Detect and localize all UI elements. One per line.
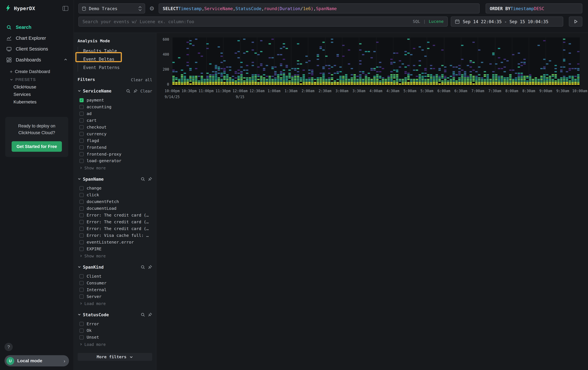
- help-button[interactable]: ?: [4, 343, 13, 351]
- filter-option-change[interactable]: change: [78, 185, 152, 191]
- pin-icon[interactable]: [133, 89, 138, 93]
- filter-option-error-the-credit-card-[interactable]: Error: The credit card (…: [78, 212, 152, 219]
- checkbox-unchecked[interactable]: [80, 132, 84, 136]
- mode-event-patterns[interactable]: Event Patterns: [78, 63, 152, 72]
- get-started-button[interactable]: Get Started for Free: [11, 141, 62, 151]
- run-query-button[interactable]: [569, 16, 582, 27]
- mode-results-table[interactable]: Results Table: [78, 47, 152, 55]
- filter-option-error-visa-cache-full-[interactable]: Error: Visa cache full: …: [78, 232, 152, 239]
- sidebar-item-search[interactable]: Search: [0, 22, 74, 33]
- sql-mode-toggle[interactable]: SQL: [413, 19, 420, 24]
- filter-group-header[interactable]: ServiceNameClear: [78, 89, 152, 94]
- filter-option-internal[interactable]: Internal: [78, 286, 152, 293]
- filter-option-checkout[interactable]: checkout: [78, 124, 152, 130]
- filter-option-click[interactable]: click: [78, 191, 152, 198]
- filter-option-ok[interactable]: Ok: [78, 327, 152, 334]
- show-more-link[interactable]: Load more: [78, 301, 152, 306]
- filter-option-error-the-credit-card-[interactable]: Error: The credit card (…: [78, 219, 152, 225]
- pin-icon[interactable]: [148, 265, 152, 270]
- checkbox-unchecked[interactable]: [80, 335, 84, 339]
- sidebar-collapse-icon[interactable]: [63, 6, 68, 11]
- search-icon[interactable]: [141, 265, 145, 270]
- filter-option-consumer[interactable]: Consumer: [78, 280, 152, 286]
- source-select[interactable]: Demo Traces: [78, 3, 145, 13]
- checkbox-unchecked[interactable]: [80, 288, 84, 292]
- select-columns-input[interactable]: SELECT Timestamp, ServiceName, StatusCod…: [158, 3, 480, 13]
- checkbox-unchecked[interactable]: [80, 220, 84, 224]
- checkbox-unchecked[interactable]: [80, 159, 84, 163]
- checkbox-unchecked[interactable]: [80, 281, 84, 285]
- checkbox-unchecked[interactable]: [80, 321, 84, 326]
- sidebar-item-client-sessions[interactable]: Client Sessions: [0, 43, 74, 54]
- show-more-link[interactable]: Show more: [78, 166, 152, 170]
- filter-group-header[interactable]: StatusCode: [78, 312, 152, 317]
- filter-group-header[interactable]: SpanKind: [78, 264, 152, 270]
- filter-option-server[interactable]: Server: [78, 293, 152, 300]
- checkbox-unchecked[interactable]: [80, 111, 84, 116]
- checkbox-unchecked[interactable]: [80, 206, 84, 210]
- checkbox-unchecked[interactable]: [80, 193, 84, 197]
- search-input[interactable]: [83, 19, 410, 24]
- filter-option-accounting[interactable]: accounting: [78, 103, 152, 110]
- filter-option-unset[interactable]: Unset: [78, 334, 152, 340]
- checkbox-unchecked[interactable]: [80, 139, 84, 143]
- filter-option-frontend[interactable]: frontend: [78, 144, 152, 150]
- filter-option-error[interactable]: Error: [78, 320, 152, 327]
- filter-option-cart[interactable]: cart: [78, 117, 152, 124]
- sidebar-item-services[interactable]: Services: [0, 91, 74, 98]
- checkbox-unchecked[interactable]: [80, 274, 84, 278]
- checkbox-unchecked[interactable]: [80, 328, 84, 332]
- show-more-link[interactable]: Show more: [78, 254, 152, 258]
- filter-option-load-generator[interactable]: load-generator: [78, 157, 152, 164]
- sidebar-item-dashboards[interactable]: Dashboards: [0, 54, 74, 65]
- source-settings-gear-icon[interactable]: ⚙: [148, 5, 156, 12]
- checkbox-unchecked[interactable]: [80, 118, 84, 122]
- checkbox-unchecked[interactable]: [80, 233, 84, 238]
- filter-option-documentload[interactable]: documentLoad: [78, 205, 152, 212]
- checkbox-unchecked[interactable]: [80, 213, 84, 217]
- sidebar-item-chart-explorer[interactable]: Chart Explorer: [0, 33, 74, 44]
- pin-icon[interactable]: [148, 177, 152, 181]
- pin-icon[interactable]: [148, 312, 152, 317]
- filter-option-currency[interactable]: currency: [78, 130, 152, 137]
- filter-option-payment[interactable]: ✓payment: [78, 97, 152, 103]
- more-filters-button[interactable]: More filters: [78, 353, 152, 361]
- checkbox-unchecked[interactable]: [80, 247, 84, 251]
- checkbox-unchecked[interactable]: [80, 145, 84, 149]
- create-dashboard-button[interactable]: + Create Dashboard: [0, 67, 74, 76]
- presets-toggle[interactable]: PRESETS: [0, 76, 74, 83]
- checkbox-unchecked[interactable]: [80, 105, 84, 109]
- checkbox-checked[interactable]: ✓: [80, 98, 84, 102]
- checkbox-unchecked[interactable]: [80, 186, 84, 190]
- clear-all-filters-button[interactable]: Clear all: [131, 77, 152, 82]
- checkbox-unchecked[interactable]: [80, 152, 84, 156]
- search-icon[interactable]: [141, 312, 145, 317]
- checkbox-unchecked[interactable]: [80, 240, 84, 244]
- lucene-mode-toggle[interactable]: Lucene: [429, 19, 444, 24]
- checkbox-unchecked[interactable]: [80, 200, 84, 204]
- checkbox-unchecked[interactable]: [80, 125, 84, 129]
- mode-event-deltas[interactable]: Event Deltas: [78, 55, 152, 63]
- sidebar-item-kubernetes[interactable]: Kubernetes: [0, 98, 74, 106]
- clear-group-button[interactable]: Clear: [140, 89, 152, 93]
- heatmap-plot[interactable]: [172, 38, 580, 87]
- filter-option-expire[interactable]: EXPIRE: [78, 245, 152, 252]
- heatmap-canvas[interactable]: [172, 38, 580, 87]
- sidebar-item-clickhouse[interactable]: ClickHouse: [0, 83, 74, 91]
- filter-option-eventlistener-error[interactable]: eventListener.error: [78, 239, 152, 245]
- checkbox-unchecked[interactable]: [80, 227, 84, 231]
- search-icon[interactable]: [141, 177, 145, 181]
- filter-option-client[interactable]: Client: [78, 273, 152, 280]
- filter-option-flagd[interactable]: flagd: [78, 137, 152, 144]
- filter-option-error-the-credit-card-[interactable]: Error: The credit card (…: [78, 225, 152, 232]
- filter-group-header[interactable]: SpanName: [78, 177, 152, 182]
- date-range-picker[interactable]: Sep 14 22:04:35 - Sep 15 10:04:35: [451, 16, 563, 27]
- order-by-input[interactable]: ORDER BY Timestamp DESC: [486, 3, 582, 13]
- local-mode-menu[interactable]: U Local mode ›: [4, 355, 69, 366]
- filter-option-frontend-proxy[interactable]: frontend-proxy: [78, 150, 152, 157]
- search-icon[interactable]: [126, 89, 131, 93]
- show-more-link[interactable]: Load more: [78, 342, 152, 347]
- filter-option-documentfetch[interactable]: documentFetch: [78, 198, 152, 205]
- checkbox-unchecked[interactable]: [80, 294, 84, 298]
- filter-option-ad[interactable]: ad: [78, 110, 152, 117]
